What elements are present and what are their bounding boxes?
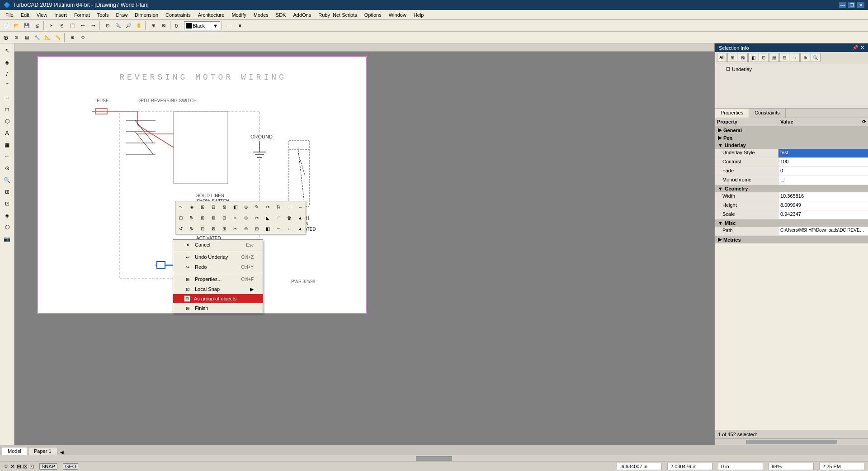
hatch-tool[interactable]: ▦: [2, 139, 13, 150]
menu-view[interactable]: View: [33, 11, 51, 19]
menu-ruby[interactable]: Ruby .Net Scripts: [315, 11, 361, 19]
print-button[interactable]: 🖨: [32, 21, 42, 31]
si-tab-icon4[interactable]: ⊡: [759, 53, 769, 62]
ftb-offset[interactable]: ⊠: [208, 212, 219, 223]
si-close[interactable]: ✕: [860, 45, 864, 51]
ftb-r12[interactable]: ▲: [295, 223, 306, 234]
ftb-copy2[interactable]: ⎘: [273, 201, 284, 212]
tb2-btn1[interactable]: ⊕: [1, 33, 11, 43]
color-dropdown[interactable]: Black ▼: [184, 21, 220, 30]
ftb-r6[interactable]: ✂: [230, 223, 241, 234]
si-tree-underlay[interactable]: ⊟ Underlay: [717, 65, 866, 73]
draw-line[interactable]: /: [2, 69, 13, 80]
new-button[interactable]: 📄: [1, 21, 11, 31]
render-tool[interactable]: ◈: [2, 210, 13, 221]
ftb-block[interactable]: ◧: [230, 201, 241, 212]
ftb-mirror[interactable]: ⊣: [284, 201, 295, 212]
tab-paper1[interactable]: Paper 1: [28, 447, 57, 455]
minimize-button[interactable]: —: [839, 2, 846, 8]
tb2-btn2[interactable]: ⊙: [11, 33, 21, 43]
tb2-btn3[interactable]: ▤: [22, 33, 32, 43]
ftb-props[interactable]: ▲: [295, 212, 306, 223]
ctx-redo[interactable]: ↪ Redo Ctrl+Y: [173, 262, 263, 272]
undo-button[interactable]: ↩: [78, 21, 88, 31]
draw-circle[interactable]: ○: [2, 92, 13, 103]
snap-button[interactable]: ⊠: [159, 21, 169, 31]
menu-architecture[interactable]: Architecture: [194, 11, 228, 19]
prop-header-misc[interactable]: ▼ Misc: [715, 219, 868, 227]
si-tab-icon7[interactable]: ↔: [790, 53, 800, 62]
select-tool[interactable]: ↖: [2, 45, 13, 56]
si-tab-icon5[interactable]: ▤: [769, 53, 779, 62]
ftb-ungroup[interactable]: ⊟: [208, 201, 219, 212]
ftb-scale[interactable]: ⊡: [175, 212, 186, 223]
ftb-r8[interactable]: ⊟: [251, 223, 262, 234]
maximize-button[interactable]: ❐: [848, 2, 855, 8]
prop-value-underlay-style[interactable]: test: [778, 149, 868, 157]
prop-value-fade[interactable]: 0: [778, 167, 868, 176]
si-tab-icon2[interactable]: ⊠: [738, 53, 748, 62]
status-icon5[interactable]: ⊡: [29, 463, 34, 470]
ctx-undo[interactable]: ↩ Undo Underlay Ctrl+Z: [173, 252, 263, 262]
zoom-window[interactable]: 🔍: [2, 175, 13, 186]
menu-options[interactable]: Options: [361, 11, 385, 19]
prop-header-pen[interactable]: ▶ Pen: [715, 134, 868, 142]
cut-button[interactable]: ✂: [47, 21, 57, 31]
h-scroll-thumb[interactable]: [416, 456, 452, 461]
zoom-out[interactable]: 🔎: [123, 21, 133, 31]
ftb-r4[interactable]: ⊠: [208, 223, 219, 234]
line-style[interactable]: —: [225, 21, 235, 31]
draw-rect[interactable]: □: [2, 104, 13, 115]
ftb-r10[interactable]: ⊣: [273, 223, 284, 234]
ftb-trim[interactable]: ✂: [262, 201, 273, 212]
ftb-move[interactable]: ↔: [295, 201, 306, 212]
right-scrollbar-thumb[interactable]: [746, 440, 838, 444]
ftb-r2[interactable]: ↻: [186, 223, 197, 234]
prop-header-underlay[interactable]: ▼ Underlay: [715, 142, 868, 149]
text-tool[interactable]: A: [2, 128, 13, 138]
ftb-insert[interactable]: ⊕: [241, 201, 251, 212]
ctx-localsnap[interactable]: ⊡ Local Snap ▶: [173, 284, 263, 294]
menu-constraints[interactable]: Constraints: [162, 11, 194, 19]
insert-block[interactable]: ⊞: [2, 186, 13, 197]
ctx-finish[interactable]: ⊟ Finish: [173, 303, 263, 313]
right-scrollbar[interactable]: [715, 438, 868, 445]
tab-model[interactable]: Model: [2, 447, 27, 455]
prop-header-geometry[interactable]: ▼ Geometry: [715, 185, 868, 192]
status-icon4[interactable]: ⊠: [23, 463, 28, 470]
tb2-btn6[interactable]: 📏: [53, 33, 63, 43]
ftb-array[interactable]: ⊟: [219, 212, 230, 223]
ftb-break[interactable]: ✂: [251, 212, 262, 223]
zoom-in[interactable]: 🔍: [113, 21, 123, 31]
status-icon3[interactable]: ⊞: [17, 463, 21, 470]
si-tab-all[interactable]: All: [717, 53, 727, 62]
ftb-r7[interactable]: ⊕: [241, 223, 251, 234]
prop-tab-constraints[interactable]: Constraints: [749, 109, 786, 118]
tab-arrow[interactable]: ◀: [60, 450, 64, 455]
si-tab-icon6[interactable]: ⊟: [779, 53, 789, 62]
tb2-btn4[interactable]: 🔧: [32, 33, 42, 43]
ftb-r5[interactable]: ⊞: [219, 223, 230, 234]
zoom-fit[interactable]: ⊡: [103, 21, 113, 31]
canvas-area[interactable]: REVERSING MOTOR WIRING FUSE DPDT REVERSI…: [14, 43, 714, 445]
tb2-settings[interactable]: ⚙: [78, 33, 88, 43]
ftb-align[interactable]: ≡: [230, 212, 241, 223]
ftb-fillet[interactable]: ◜: [273, 212, 284, 223]
grid-button[interactable]: ⊞: [148, 21, 158, 31]
ftb-r11[interactable]: ↔: [284, 223, 295, 234]
menu-edit[interactable]: Edit: [17, 11, 33, 19]
save-button[interactable]: 💾: [22, 21, 32, 31]
ftb-r9[interactable]: ◧: [262, 223, 273, 234]
prop-value-scale[interactable]: 0.942347: [778, 210, 868, 219]
snap-tool[interactable]: ⊙: [2, 163, 13, 174]
ftb-node[interactable]: ◈: [186, 201, 197, 212]
ctx-properties[interactable]: ⊞ Properties... Ctrl+F: [173, 274, 263, 284]
redo-button[interactable]: ↪: [88, 21, 98, 31]
prop-value-path[interactable]: C:\Users\MSI HP\Downloads\DC REVER...: [778, 227, 868, 235]
menu-file[interactable]: File: [2, 11, 17, 19]
tb2-btn5[interactable]: 📐: [42, 33, 52, 43]
status-icon1[interactable]: ☆: [4, 463, 9, 470]
ftb-stretch[interactable]: ⊞: [197, 212, 208, 223]
prop-header-metrics[interactable]: ▶ Metrics: [715, 236, 868, 243]
menu-sdk[interactable]: SDK: [272, 11, 290, 19]
